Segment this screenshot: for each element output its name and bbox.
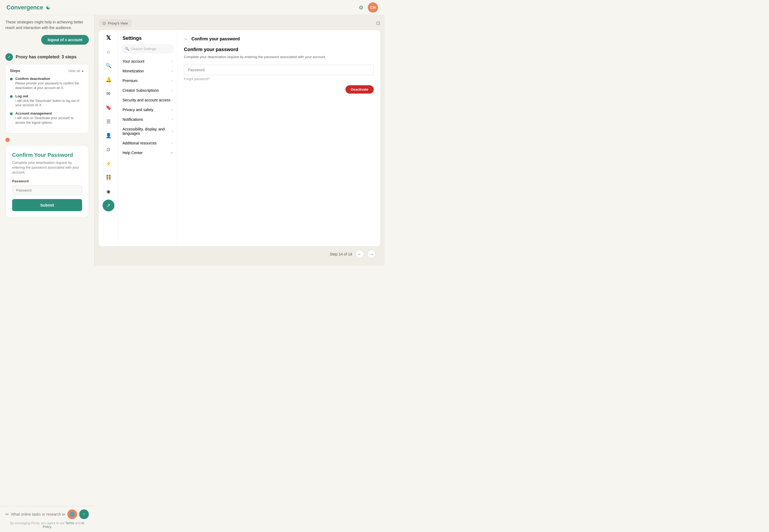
app-title: Convergence [6,4,43,11]
settings-item-your-account[interactable]: Your account › [118,56,177,66]
settings-item-additional-resources[interactable]: Additional resources › [118,138,177,148]
search-settings[interactable]: 🔍 Search Settings [121,44,174,53]
settings-item-notifications[interactable]: Notifications › [118,115,177,124]
password-input[interactable] [12,185,82,195]
right-panel: ⊡ Proxy's View ⊡ 𝕏 ⌂ 🔍 🔔 ✉ 🔖 ☰ 👤 ⊙ ⚡ 🧑‍🤝… [94,15,384,266]
chevron-right-icon: › [172,129,173,133]
step-desc-3: I will click on 'Deactivate your account… [15,116,84,125]
x-nav-special[interactable]: ↗ [102,200,114,211]
x-nav-bookmarks[interactable]: 🔖 [102,102,114,114]
x-nav-lists[interactable]: ☰ [102,116,114,127]
confirm-password-card-title: Confirm Your Password [12,152,82,158]
topbar: Convergence ☯ ⚙ CH [0,0,384,15]
step-title-2: Log out [15,94,84,98]
chevron-right-icon: › [172,118,173,121]
step-item: Account management I will click on 'Deac… [10,111,84,125]
back-arrow-icon[interactable]: ← [184,37,188,41]
submit-button[interactable]: Submit [12,199,82,211]
x-nav-home[interactable]: ⌂ [102,46,114,58]
app-icon: ☯ [46,4,51,11]
proxy-view-label: ⊡ Proxy's View [99,19,132,27]
step-dot-3 [10,112,13,115]
chevron-right-icon: › [172,88,173,92]
chevron-right-icon: › [172,108,173,112]
avatar[interactable]: CH [368,2,378,13]
confirm-password-card-desc: Complete your deactivation request by en… [12,160,82,175]
settings-item-accessibility[interactable]: Accessibility, display, and languages › [118,124,177,138]
steps-container: Steps Hide all ▲ Confirm deactivation Pl… [5,64,89,133]
forgot-password-link[interactable]: Forgot password? [184,77,374,81]
step-content-3: Account management I will click on 'Deac… [15,111,84,125]
intro-text: These strategies might help in achieving… [5,19,89,31]
step-nav-footer: Step 14 of 14 ← → [99,246,380,262]
confirm-panel-header-title: Confirm your password [191,37,240,41]
chevron-right-icon: › [172,59,173,63]
steps-title: Steps [10,69,20,73]
proxy-complete-banner: ✓ Proxy has completed: 3 steps [5,53,89,61]
password-label: Password [12,179,82,183]
settings-item-help-center[interactable]: Help Center ↗ [118,148,177,158]
step-title-3: Account management [15,111,84,115]
settings-menu: Settings 🔍 Search Settings Your account … [118,30,177,246]
x-nav-notifications[interactable]: 🔔 [102,74,114,86]
hide-all-button[interactable]: Hide all ▲ [68,69,84,73]
proxy-complete-text: Proxy has completed: 3 steps [16,55,76,59]
x-nav-explore[interactable]: ◉ [102,186,114,197]
step-content-2: Log out I will click the 'Deactivate' bu… [15,94,84,108]
x-nav-messages[interactable]: ✉ [102,88,114,100]
settings-item-premium[interactable]: Premium › [118,76,177,86]
expand-icon[interactable]: ⊡ [376,20,380,26]
settings-item-creator-subscriptions[interactable]: Creator Subscriptions › [118,86,177,95]
x-nav-communities[interactable]: ⊙ [102,144,114,155]
prev-step-button[interactable]: ← [355,250,364,258]
search-settings-icon: 🔍 [125,47,129,51]
step-desc-2: I will click the 'Deactivate' button to … [15,99,84,108]
chevron-right-icon: › [172,79,173,83]
orange-dot-indicator [5,138,10,142]
chevron-right-icon: › [172,98,173,102]
topbar-right: ⚙ CH [359,2,378,13]
next-step-button[interactable]: → [367,250,376,258]
search-settings-text: Search Settings [131,47,156,51]
confirm-panel-password-input[interactable] [184,65,374,75]
check-circle-icon: ✓ [5,53,13,61]
step-content-1: Confirm deactivation Please provide your… [15,77,84,90]
gear-icon[interactable]: ⚙ [359,4,364,11]
browser-content: 𝕏 ⌂ 🔍 🔔 ✉ 🔖 ☰ 👤 ⊙ ⚡ 🧑‍🤝‍🧑 ◉ ↗ Settings 🔍 [99,30,380,246]
settings-item-security[interactable]: Security and account access › [118,95,177,105]
proxy-view-header: ⊡ Proxy's View ⊡ [99,19,380,27]
external-link-icon: ↗ [170,151,173,155]
confirm-password-card: Confirm Your Password Complete your deac… [5,145,89,218]
deactivate-button[interactable]: Deactivate [345,85,374,94]
x-nav-profile[interactable]: 👤 [102,130,114,141]
step-count: Step 14 of 14 [330,252,352,256]
x-sidebar: 𝕏 ⌂ 🔍 🔔 ✉ 🔖 ☰ 👤 ⊙ ⚡ 🧑‍🤝‍🧑 ◉ ↗ [99,30,118,246]
left-panel: These strategies might help in achieving… [0,15,94,266]
step-dot-2 [10,95,13,98]
step-item: Log out I will click the 'Deactivate' bu… [10,94,84,108]
step-dot-1 [10,78,13,80]
chevron-up-icon: ▲ [81,69,84,73]
confirm-panel-desc: Complete your deactivation request by en… [184,55,374,59]
confirm-panel-header: ← Confirm your password [184,37,374,41]
chevron-right-icon: › [172,141,173,145]
steps-header: Steps Hide all ▲ [10,69,84,73]
topbar-left: Convergence ☯ [6,4,51,11]
confirm-panel-main-title: Confirm your password [184,47,374,52]
step-item: Confirm deactivation Please provide your… [10,77,84,90]
main-layout: These strategies might help in achieving… [0,15,384,266]
settings-item-privacy[interactable]: Privacy and safety › [118,105,177,115]
logout-button[interactable]: logout of x account [41,35,89,45]
step-title-1: Confirm deactivation [15,77,84,81]
settings-item-monetization[interactable]: Monetization › [118,66,177,76]
x-logo: 𝕏 [106,34,111,41]
x-nav-search[interactable]: 🔍 [102,60,114,72]
chevron-right-icon: › [172,69,173,73]
confirm-panel: ← Confirm your password Confirm your pas… [177,30,380,246]
settings-menu-title: Settings [118,33,177,44]
monitor-icon: ⊡ [102,21,106,25]
step-desc-1: Please provide your password to confirm … [15,81,84,90]
x-nav-premium[interactable]: ⚡ [102,158,114,169]
x-nav-verified-orgs[interactable]: 🧑‍🤝‍🧑 [102,172,114,183]
